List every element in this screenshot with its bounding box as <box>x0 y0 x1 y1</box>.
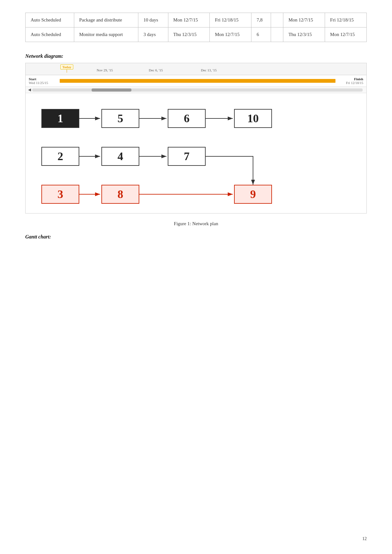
node-3: 3 <box>41 185 79 204</box>
today-label: Today <box>60 64 73 69</box>
start-info: Start Wed 11/25/15 <box>29 77 57 85</box>
start-finish-row: Start Wed 11/25/15 Finish Fri 12/18/15 <box>26 75 366 87</box>
network-section-label: Network diagram: <box>25 53 367 59</box>
task-cell: Package and distribute <box>74 13 138 27</box>
scrollbar-row[interactable]: ◀ <box>26 87 366 93</box>
constraint-cell: Auto Scheduled <box>26 27 74 42</box>
act-start-cell: Mon 12/7/15 <box>283 13 325 27</box>
network-diagram-container: Today Nov 29, '15 Dec 6, '15 Dec 13, '15… <box>25 63 367 214</box>
node-9: 9 <box>234 185 272 204</box>
task-cell: Monitor media support <box>74 27 138 42</box>
node-7: 7 <box>168 147 206 166</box>
schedule-table: Auto Scheduled Package and distribute 10… <box>25 13 367 42</box>
duration-cell: 3 days <box>138 27 168 42</box>
predecessors-cell: 6 <box>251 27 271 42</box>
figure-caption: Figure 1: Network plan <box>25 221 367 226</box>
empty-cell <box>271 27 283 42</box>
finish-cell: Fri 12/18/15 <box>210 13 251 27</box>
timeline-bar <box>60 79 335 83</box>
node-6: 6 <box>168 109 206 128</box>
page-number: 12 <box>362 536 367 541</box>
scroll-left-icon[interactable]: ◀ <box>28 87 31 92</box>
tick-1: Nov 29, '15 <box>97 68 113 72</box>
start-cell: Thu 12/3/15 <box>168 27 210 42</box>
act-finish-cell: Mon 12/7/15 <box>325 27 367 42</box>
tick-3: Dec 13, '15 <box>201 68 217 72</box>
start-cell: Mon 12/7/15 <box>168 13 210 27</box>
empty-cell <box>271 13 283 27</box>
duration-cell: 10 days <box>138 13 168 27</box>
node-1: 1 <box>41 109 79 128</box>
act-start-cell: Thu 12/3/15 <box>283 27 325 42</box>
finish-cell: Mon 12/7/15 <box>210 27 251 42</box>
node-5: 5 <box>101 109 139 128</box>
table-row: Auto Scheduled Package and distribute 10… <box>26 13 367 27</box>
node-10: 10 <box>234 109 272 128</box>
scroll-thumb[interactable] <box>92 88 131 92</box>
act-finish-cell: Fri 12/18/15 <box>325 13 367 27</box>
scroll-track[interactable] <box>32 88 363 92</box>
table-row: Auto Scheduled Monitor media support 3 d… <box>26 27 367 42</box>
constraint-cell: Auto Scheduled <box>26 13 74 27</box>
network-canvas: 1 5 6 10 2 4 7 3 8 <box>26 93 366 213</box>
predecessors-cell: 7,8 <box>251 13 271 27</box>
node-8: 8 <box>101 185 139 204</box>
node-2: 2 <box>41 147 79 166</box>
tick-2: Dec 6, '15 <box>149 68 163 72</box>
finish-info: Finish Fri 12/18/15 <box>338 77 363 85</box>
gantt-section-label: Gantt chart: <box>25 234 367 240</box>
node-4: 4 <box>101 147 139 166</box>
